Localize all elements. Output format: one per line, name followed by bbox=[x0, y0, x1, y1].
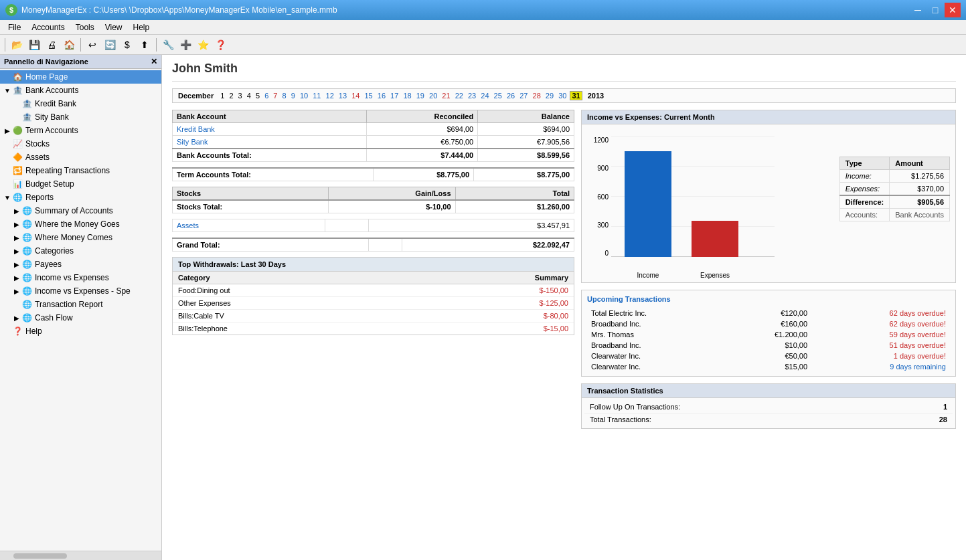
stocks-expander bbox=[3, 139, 12, 149]
calendar-day[interactable]: 22 bbox=[454, 91, 465, 100]
calendar-day[interactable]: 27 bbox=[518, 91, 529, 100]
payees-icon: 🌐 bbox=[21, 259, 32, 270]
calendar-day[interactable]: 25 bbox=[493, 91, 503, 100]
calendar-day[interactable]: 9 bbox=[290, 91, 297, 100]
reports-expander[interactable]: ▼ bbox=[3, 193, 12, 202]
calendar-day[interactable]: 12 bbox=[325, 91, 335, 100]
calendar-day[interactable]: 4 bbox=[246, 91, 252, 100]
calendar-day[interactable]: 16 bbox=[376, 91, 387, 100]
stocks-col-gainloss: Gain/Loss bbox=[328, 187, 455, 201]
calendar-day[interactable]: 23 bbox=[467, 91, 477, 100]
term-expander[interactable]: ▶ bbox=[3, 126, 12, 135]
sidebar-item-bank-accounts[interactable]: ▼ 🏦 Bank Accounts bbox=[0, 84, 161, 97]
upcoming-transactions-link[interactable]: Upcoming Transactions bbox=[587, 295, 671, 303]
sidebar-item-home[interactable]: 🏠 Home Page bbox=[0, 70, 161, 84]
calendar-day[interactable]: 31 bbox=[570, 91, 582, 100]
categories-expander[interactable]: ▶ bbox=[12, 246, 21, 256]
upcoming-amt-6: $15,00 bbox=[724, 361, 811, 372]
cash-flow-expander[interactable]: ▶ bbox=[12, 313, 21, 322]
money-comes-expander[interactable]: ▶ bbox=[12, 233, 21, 242]
calendar-day[interactable]: 3 bbox=[237, 91, 244, 100]
upcoming-status-3: 59 days overdue! bbox=[811, 329, 950, 340]
sity-bank-link[interactable]: Sity Bank bbox=[173, 136, 367, 149]
sidebar-close-button[interactable]: ✕ bbox=[151, 57, 157, 66]
menu-view[interactable]: View bbox=[100, 21, 128, 33]
help-expander bbox=[3, 326, 12, 336]
calendar-day[interactable]: 14 bbox=[350, 91, 361, 100]
scrollbar-thumb[interactable] bbox=[13, 553, 67, 559]
sidebar-item-categories[interactable]: ▶ 🌐 Categories bbox=[0, 244, 161, 258]
calendar-day[interactable]: 24 bbox=[479, 91, 490, 100]
calendar-days: 1 2 3 4 5 6 7 8 9 10 11 12 13 14 15 16 1… bbox=[219, 92, 582, 100]
menu-accounts[interactable]: Accounts bbox=[26, 21, 70, 33]
summary-expander[interactable]: ▶ bbox=[12, 206, 21, 215]
calendar-day[interactable]: 8 bbox=[281, 91, 288, 100]
toolbar-home[interactable]: 🏠 bbox=[61, 37, 77, 53]
calendar-day[interactable]: 28 bbox=[532, 91, 542, 100]
calendar-day[interactable]: 18 bbox=[402, 91, 412, 100]
calendar-day[interactable]: 11 bbox=[311, 91, 322, 100]
toolbar-back[interactable]: ↩ bbox=[84, 37, 100, 53]
toolbar-export[interactable]: ⬆ bbox=[137, 37, 153, 53]
sidebar-item-money-comes[interactable]: ▶ 🌐 Where Money Comes bbox=[0, 231, 161, 244]
calendar-day[interactable]: 5 bbox=[254, 91, 261, 100]
sidebar-item-assets[interactable]: 🔶 Assets bbox=[0, 151, 161, 164]
calendar-day[interactable]: 30 bbox=[557, 91, 568, 100]
assets-link[interactable]: Assets bbox=[173, 219, 325, 232]
calendar-day[interactable]: 21 bbox=[440, 91, 451, 100]
toolbar-currency[interactable]: $ bbox=[119, 37, 135, 53]
toolbar-favorite[interactable]: ⭐ bbox=[195, 37, 211, 53]
toolbar-open[interactable]: 📂 bbox=[9, 37, 25, 53]
sidebar-item-kredit-bank[interactable]: 🏦 Kredit Bank bbox=[0, 97, 161, 110]
money-goes-expander[interactable]: ▶ bbox=[12, 219, 21, 229]
sidebar-item-payees[interactable]: ▶ 🌐 Payees bbox=[0, 258, 161, 271]
sidebar-scrollbar[interactable] bbox=[0, 551, 161, 560]
bank-expander[interactable]: ▼ bbox=[3, 86, 12, 95]
calendar-day[interactable]: 15 bbox=[363, 91, 374, 100]
toolbar-print[interactable]: 🖨 bbox=[44, 37, 60, 53]
sidebar-item-income-expenses-spe[interactable]: ▶ 🌐 Income vs Expenses - Spe bbox=[0, 284, 161, 298]
calendar-day[interactable]: 13 bbox=[337, 91, 348, 100]
sidebar-item-budget[interactable]: 📊 Budget Setup bbox=[0, 177, 161, 191]
sidebar-item-cash-flow[interactable]: ▶ 🌐 Cash Flow bbox=[0, 311, 161, 324]
toolbar-save[interactable]: 💾 bbox=[26, 37, 42, 53]
toolbar-add[interactable]: ➕ bbox=[177, 37, 193, 53]
sidebar-item-transaction-report[interactable]: 🌐 Transaction Report bbox=[0, 298, 161, 311]
sidebar-item-money-goes[interactable]: ▶ 🌐 Where the Money Goes bbox=[0, 217, 161, 231]
calendar-day[interactable]: 1 bbox=[219, 91, 226, 100]
income-exp-spe-expander[interactable]: ▶ bbox=[12, 286, 21, 296]
payees-expander[interactable]: ▶ bbox=[12, 260, 21, 269]
menu-file[interactable]: File bbox=[3, 21, 26, 33]
table-row: Bills:Telephone $-15,00 bbox=[173, 322, 574, 335]
restore-button[interactable]: □ bbox=[927, 3, 943, 17]
calendar-day[interactable]: 6 bbox=[263, 91, 270, 100]
calendar-day[interactable]: 20 bbox=[428, 91, 438, 100]
sidebar-item-term-accounts[interactable]: ▶ 🟢 Term Accounts bbox=[0, 124, 161, 137]
toolbar-settings[interactable]: 🔧 bbox=[160, 37, 176, 53]
menu-help[interactable]: Help bbox=[128, 21, 155, 33]
sidebar-item-income-expenses[interactable]: ▶ 🌐 Income vs Expenses bbox=[0, 271, 161, 284]
sidebar-item-repeating[interactable]: 🔁 Repeating Transactions bbox=[0, 164, 161, 177]
calendar-day[interactable]: 7 bbox=[272, 91, 278, 100]
calendar-day[interactable]: 26 bbox=[505, 91, 516, 100]
toolbar-refresh[interactable]: 🔄 bbox=[102, 37, 118, 53]
minimize-button[interactable]: ─ bbox=[910, 3, 926, 17]
calendar-day[interactable]: 29 bbox=[544, 91, 555, 100]
withdrawals-table: Category Summary Food:Dining out $-150,0… bbox=[173, 272, 574, 335]
calendar-day[interactable]: 19 bbox=[415, 91, 426, 100]
sidebar-item-help[interactable]: ❓ Help bbox=[0, 324, 161, 338]
sidebar-content: 🏠 Home Page ▼ 🏦 Bank Accounts 🏦 Kredit B… bbox=[0, 69, 161, 551]
calendar-day[interactable]: 17 bbox=[389, 91, 400, 100]
calendar-day[interactable]: 10 bbox=[299, 91, 309, 100]
sidebar-item-summary-accounts[interactable]: ▶ 🌐 Summary of Accounts bbox=[0, 204, 161, 217]
close-button[interactable]: ✕ bbox=[945, 3, 961, 17]
income-exp-expander[interactable]: ▶ bbox=[12, 273, 21, 282]
sidebar-item-sity-bank[interactable]: 🏦 Sity Bank bbox=[0, 110, 161, 124]
grand-total-row: Grand Total: $22.092,47 bbox=[173, 238, 574, 252]
sidebar-item-reports[interactable]: ▼ 🌐 Reports bbox=[0, 191, 161, 204]
menu-tools[interactable]: Tools bbox=[70, 21, 100, 33]
sidebar-item-stocks[interactable]: 📈 Stocks bbox=[0, 137, 161, 151]
calendar-day[interactable]: 2 bbox=[228, 91, 234, 100]
toolbar-help[interactable]: ❓ bbox=[212, 37, 228, 53]
kredit-bank-link[interactable]: Kredit Bank bbox=[173, 123, 367, 136]
